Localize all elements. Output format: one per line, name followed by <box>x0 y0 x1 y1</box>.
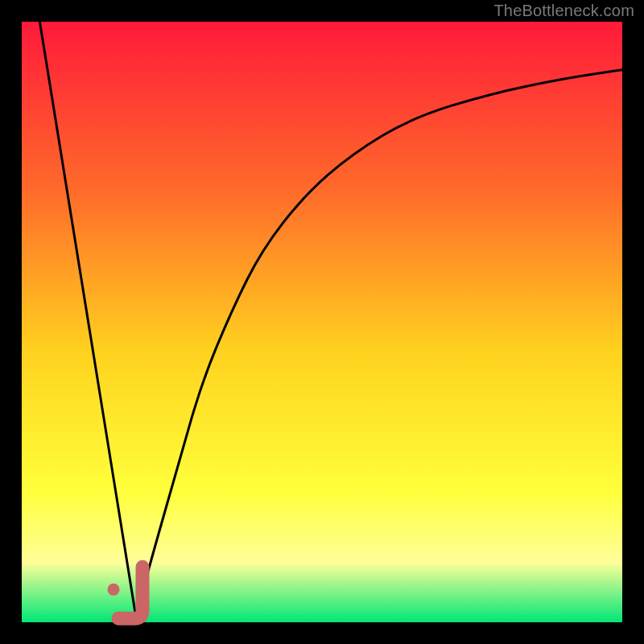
svg-point-0 <box>108 584 120 596</box>
chart-svg <box>0 0 644 644</box>
chart-stage: TheBottleneck.com <box>0 0 644 644</box>
plot-area <box>22 22 622 622</box>
watermark: TheBottleneck.com <box>493 2 634 20</box>
